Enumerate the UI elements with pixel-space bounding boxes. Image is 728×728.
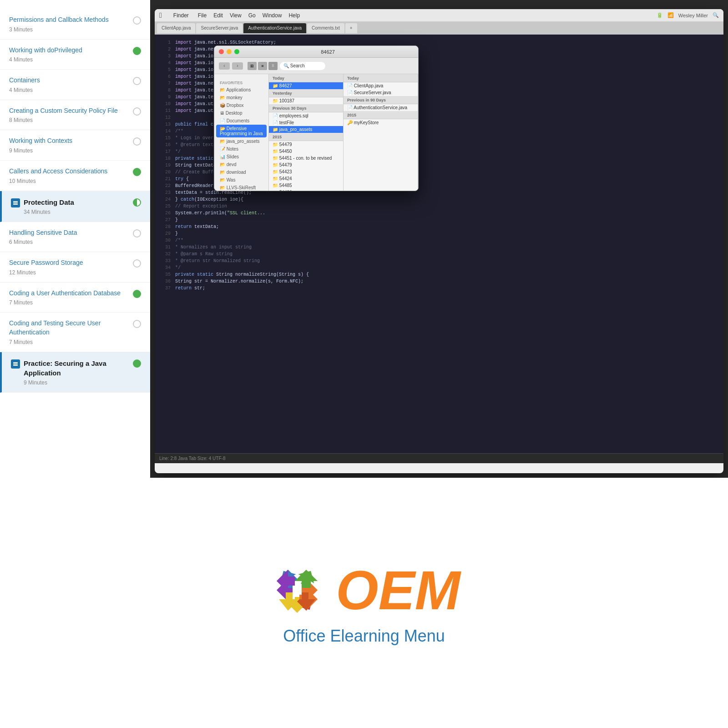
apple-logo-icon:  bbox=[159, 11, 162, 20]
finder-file-54486[interactable]: 📁 54486 bbox=[269, 189, 343, 191]
sidebar-item-content: Working with doPrivileged 4 Minutes bbox=[9, 46, 133, 63]
tab-authservice[interactable]: AuthenticationService.java bbox=[243, 23, 306, 33]
sidebar-item-title: Creating a Custom Security Policy File bbox=[9, 106, 133, 116]
sidebar-item-minutes: 4 Minutes bbox=[9, 56, 33, 63]
sidebar-item-password-storage[interactable]: Secure Password Storage 12 Minutes bbox=[0, 252, 150, 283]
sidebar-item-content: Coding and Testing Secure User Authentic… bbox=[9, 319, 133, 345]
sidebar-item-minutes: 4 Minutes bbox=[9, 87, 33, 93]
finder-file-54424[interactable]: 📁 54424 bbox=[269, 175, 343, 182]
window-menu[interactable]: Window bbox=[263, 12, 282, 19]
finder-sidebar-assets[interactable]: 📂 java_pro_assets bbox=[214, 137, 268, 145]
sidebar-item-protecting-data[interactable]: Protecting Data 34 Minutes bbox=[0, 191, 150, 222]
sidebar-item-permissions[interactable]: Permissions and Callback Methods 3 Minut… bbox=[0, 9, 150, 40]
finder-file-assets[interactable]: 📁 java_pro_assets bbox=[269, 126, 343, 133]
finder-file-authservice[interactable]: 📄 AuthenticationService.java bbox=[344, 104, 418, 111]
forward-button[interactable]: › bbox=[232, 62, 243, 70]
finder-sidebar-applications[interactable]: 📂 Applications bbox=[214, 86, 268, 94]
sidebar-item-custom-security[interactable]: Creating a Custom Security Policy File 8… bbox=[0, 100, 150, 131]
column-view-button[interactable]: ⫴ bbox=[268, 62, 278, 70]
finder-sidebar-was[interactable]: 📂 Was bbox=[214, 176, 268, 184]
go-menu[interactable]: Go bbox=[248, 12, 256, 19]
tab-secureserver[interactable]: SecureServer.java bbox=[196, 23, 243, 33]
sidebar-item-title: Callers and Access Considerations bbox=[9, 167, 133, 176]
logo-row: OEM bbox=[268, 561, 460, 620]
finder-sidebar-download[interactable]: 📂 download bbox=[214, 168, 268, 176]
finder-file-employees[interactable]: 📄 employees.sql bbox=[269, 112, 343, 119]
sidebar-item-practice[interactable]: Practice: Securing a Java Application 9 … bbox=[0, 352, 150, 393]
finder-file-84627[interactable]: 📁 84627 bbox=[269, 82, 343, 89]
top-section: Permissions and Callback Methods 3 Minut… bbox=[0, 0, 728, 478]
finder-sidebar-notes[interactable]: 📝 Notes bbox=[214, 145, 268, 153]
finder-overlay[interactable]: 84627 ‹ › ⊞ ≡ ⫴ 🔍 Search bbox=[214, 46, 419, 191]
finder-titlebar: 84627 bbox=[214, 46, 418, 58]
sidebar-item-containers[interactable]: Containers 4 Minutes bbox=[0, 70, 150, 100]
icon-view-button[interactable]: ⊞ bbox=[248, 62, 257, 70]
finder-search[interactable]: 🔍 Search bbox=[280, 62, 325, 70]
back-button[interactable]: ‹ bbox=[219, 62, 230, 70]
finder-file-testfile[interactable]: 📄 testFile bbox=[269, 119, 343, 126]
finder-sidebar-monkey[interactable]: 📂 monkey bbox=[214, 94, 268, 101]
logo-arrows bbox=[268, 561, 327, 620]
minimize-button[interactable] bbox=[227, 49, 232, 54]
tab-bar: ClientApp.java SecureServer.java Authent… bbox=[155, 22, 723, 35]
status-circle bbox=[133, 168, 141, 176]
tab-comments[interactable]: Comments.txt bbox=[307, 23, 344, 33]
status-circle bbox=[133, 77, 141, 85]
sidebar-item-secure-testing[interactable]: Coding and Testing Secure User Authentic… bbox=[0, 313, 150, 352]
finder-file-54451[interactable]: 📁 54451 - con. to be revised bbox=[269, 155, 343, 162]
maximize-button[interactable] bbox=[234, 49, 239, 54]
finder-file-100187[interactable]: 📁 100187 bbox=[269, 97, 343, 104]
tab-clientapp[interactable]: ClientApp.java bbox=[157, 23, 195, 33]
finder-file-clientapp[interactable]: 📄 ClientApp.java bbox=[344, 82, 418, 89]
finder-file-54479[interactable]: 📁 54479 bbox=[269, 141, 343, 148]
view-menu[interactable]: View bbox=[230, 12, 242, 19]
sidebar-item-sensitive-data[interactable]: Handling Sensitive Data 6 Minutes bbox=[0, 222, 150, 253]
code-line: 24 } catch(IOException ioe){ bbox=[159, 196, 719, 203]
sidebar-item-auth-database[interactable]: Coding a User Authentication Database 7 … bbox=[0, 283, 150, 313]
sidebar-item-title: Working with doPrivileged bbox=[9, 46, 133, 55]
col2-previous-header: Previous in 90 Days bbox=[344, 96, 418, 104]
statusbar-text: Line: 2:8 Java Tab Size: 4 UTF-8 bbox=[159, 456, 225, 461]
sidebar-item-meta: 34 Minutes bbox=[24, 209, 133, 215]
help-menu[interactable]: Help bbox=[288, 12, 300, 19]
close-button[interactable] bbox=[219, 49, 224, 54]
finder-sidebar-defensive[interactable]: 📂 Defensive Programming in Java bbox=[216, 125, 267, 137]
edit-menu[interactable]: Edit bbox=[213, 12, 223, 19]
sidebar-item-contexts[interactable]: Working with Contexts 9 Minutes bbox=[0, 130, 150, 161]
sidebar-item-minutes: 34 Minutes bbox=[24, 209, 51, 215]
bottom-section: OEM Office Elearning Menu bbox=[0, 478, 728, 728]
sidebar-item-meta: 10 Minutes bbox=[9, 178, 133, 184]
sidebar-item-meta: 6 Minutes bbox=[9, 239, 133, 245]
sidebar-item-callers[interactable]: Callers and Access Considerations 10 Min… bbox=[0, 161, 150, 191]
finder-file-54450[interactable]: 📁 54450 bbox=[269, 148, 343, 155]
tab-add[interactable]: + bbox=[345, 23, 357, 33]
list-view-button[interactable]: ≡ bbox=[258, 62, 267, 70]
code-line: 32 * @param s Raw string bbox=[159, 251, 719, 258]
sidebar-item-content: Protecting Data 34 Minutes bbox=[24, 197, 133, 215]
finder-file-54479b[interactable]: 📁 54479 bbox=[269, 162, 343, 168]
finder-main: Today 📁 84627 Yesterday 📁 100187 Previou… bbox=[269, 74, 418, 191]
finder-sidebar-documents[interactable]: 📄 Documents bbox=[214, 117, 268, 125]
wifi-icon: 📶 bbox=[667, 12, 674, 18]
finder-file-54485[interactable]: 📁 54485 bbox=[269, 182, 343, 189]
finder-file-secureserver[interactable]: 📄 SecureServer.java bbox=[344, 89, 418, 96]
search-icon[interactable]: 🔍 bbox=[713, 12, 719, 18]
finder-file-54423[interactable]: 📁 54423 bbox=[269, 168, 343, 175]
sidebar-item-doprivileged[interactable]: Working with doPrivileged 4 Minutes bbox=[0, 40, 150, 70]
sidebar-item-content: Secure Password Storage 12 Minutes bbox=[9, 258, 133, 276]
file-menu[interactable]: File bbox=[198, 12, 207, 19]
code-line: 25 // Report exception bbox=[159, 203, 719, 210]
section-icon bbox=[11, 198, 20, 207]
finder-sidebar-llvs[interactable]: 📂 LLVS-SkiResft bbox=[214, 184, 268, 191]
finder-sidebar-dropbox[interactable]: 📦 Dropbox bbox=[214, 101, 268, 109]
finder-menu[interactable]: Finder bbox=[173, 12, 189, 19]
username: Wesley Miller bbox=[678, 13, 708, 18]
finder-sidebar-desktop[interactable]: 🖥 Desktop bbox=[214, 109, 268, 117]
finder-window-title: 84627 bbox=[242, 49, 414, 55]
sidebar-item-content: Containers 4 Minutes bbox=[9, 76, 133, 93]
sidebar-item-minutes: 12 Minutes bbox=[9, 269, 36, 276]
finder-sidebar-devd[interactable]: 📂 devd bbox=[214, 161, 268, 168]
finder-file-mykeystore[interactable]: 🔑 myKeyStore bbox=[344, 119, 418, 126]
code-line: 35 private static String normalizeString… bbox=[159, 271, 719, 278]
finder-sidebar-slides[interactable]: 📊 Slides bbox=[214, 153, 268, 161]
